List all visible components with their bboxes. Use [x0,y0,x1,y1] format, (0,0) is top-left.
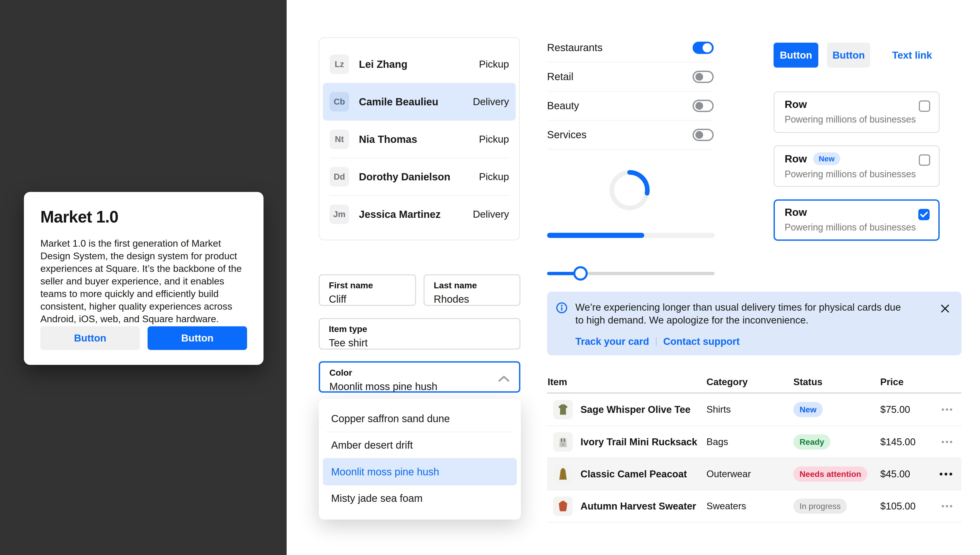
new-badge: New [813,152,840,165]
field-label: Color [329,368,519,378]
item-price: $105.00 [880,500,916,512]
checkbox-checked[interactable] [918,209,930,220]
close-icon[interactable] [940,303,950,314]
row-card-subtitle: Powering millions of businesses [785,114,929,125]
field-value: Cliff [329,294,415,305]
field-label: Last name [434,280,520,290]
row-actions-menu[interactable] [942,408,952,411]
list-item[interactable]: Lz Lei Zhang Pickup [319,45,519,83]
table-row[interactable]: Sage Whisper Olive Tee Shirts New $75.00 [547,393,961,425]
toggle-row: Retail [547,63,714,91]
list-item[interactable]: Nt Nia Thomas Pickup [319,120,519,158]
toggle-switch-off[interactable] [692,100,714,112]
row-actions-menu[interactable] [940,473,952,475]
checkbox-unchecked[interactable] [919,101,930,112]
item-category: Sweaters [707,501,746,512]
column-header-category: Category [707,377,748,388]
people-list: Lz Lei Zhang Pickup Cb Camile Beaulieu D… [319,37,520,240]
row-card-title: Row [785,153,807,165]
dropdown-option-selected[interactable]: Moonlit moss pine hush [323,458,517,485]
item-price: $45.00 [880,468,910,480]
avatar: Lz [329,55,349,74]
field-label: Item type [329,324,520,334]
field-value: Rhodes [434,294,520,305]
first-name-field[interactable]: First name Cliff [319,274,416,306]
dropdown-option[interactable]: Misty jade sea foam [319,485,521,511]
toggle-label: Retail [547,71,573,82]
banner-message: We’re experiencing longer than usual del… [575,301,909,327]
row-actions-menu[interactable] [942,441,952,443]
divider [656,337,657,346]
chevron-up-icon [498,375,510,382]
row-card[interactable]: Row Powering millions of businesses [774,91,940,133]
track-card-link[interactable]: Track your card [575,336,649,347]
item-name: Autumn Harvest Sweater [580,500,696,512]
person-name: Lei Zhang [359,59,408,70]
person-name: Camile Beaulieu [359,96,438,107]
toggle-switch-on[interactable] [692,42,714,54]
list-item[interactable]: Dd Dorothy Danielson Pickup [319,158,519,196]
row-card-subtitle: Powering millions of businesses [785,222,929,233]
table-row[interactable]: Autumn Harvest Sweater Sweaters In progr… [547,490,961,522]
toggle-knob [696,73,703,81]
avatar: Cb [329,92,349,112]
color-dropdown-menu: Copper saffron sand dune Amber desert dr… [319,399,521,520]
dropdown-option[interactable]: Copper saffron sand dune [319,406,521,431]
last-name-field[interactable]: Last name Rhodes [424,274,521,306]
toggle-switch-off[interactable] [692,129,714,141]
toggle-knob [696,102,703,110]
fulfillment-method: Delivery [473,209,509,220]
row-card-selected[interactable]: Row Powering millions of businesses [774,199,940,241]
toggle-row: Restaurants [547,34,714,63]
toggle-label: Beauty [547,100,579,112]
check-icon [920,212,928,218]
intro-card-buttons: Button Button [40,326,247,350]
camel-peacoat-photo [553,464,573,484]
item-category: Bags [707,436,728,448]
toggle-knob [703,43,712,53]
contact-support-link[interactable]: Contact support [663,336,740,347]
row-card[interactable]: Row New Powering millions of businesses [774,146,940,187]
column-header-price: Price [880,377,904,388]
item-price: $75.00 [880,404,910,415]
primary-button[interactable]: Button [774,43,818,67]
toggle-label: Restaurants [547,42,602,53]
item-category: Outerwear [707,469,751,480]
list-item-selected[interactable]: Cb Camile Beaulieu Delivery [323,83,516,120]
item-type-field[interactable]: Item type Tee shirt [319,318,521,350]
color-select-field[interactable]: Color Moonlit moss pine hush [319,361,521,393]
intro-secondary-button[interactable]: Button [40,326,140,350]
intro-primary-button[interactable]: Button [148,326,247,350]
secondary-button[interactable]: Button [827,43,870,67]
toggle-row: Services [547,120,714,149]
avatar: Nt [329,130,349,149]
person-name: Dorothy Danielson [359,171,450,183]
category-toggle-list: Restaurants Retail Beauty Services [547,34,714,149]
row-actions-menu[interactable] [942,505,952,507]
dropdown-option[interactable]: Amber desert drift [319,432,521,458]
status-badge: Needs attention [794,466,868,481]
toggle-switch-off[interactable] [692,71,714,83]
row-card-title: Row [785,206,807,218]
item-name: Ivory Trail Mini Rucksack [580,436,697,448]
fulfillment-method: Pickup [479,134,509,145]
progress-bar-fill [547,233,644,238]
intro-card: Market 1.0 Market 1.0 is the first gener… [24,192,263,365]
rust-sweater-photo [553,496,573,516]
gray-rucksack-photo [553,432,573,452]
text-link[interactable]: Text link [892,43,932,67]
item-name: Sage Whisper Olive Tee [580,404,691,415]
column-header-item: Item [548,377,567,388]
list-item[interactable]: Jm Jessica Martinez Delivery [319,196,519,233]
table-row-highlighted[interactable]: Classic Camel Peacoat Outerwear Needs at… [547,458,961,490]
items-table: Item Category Status Price Sage Whisper … [547,369,961,555]
table-row[interactable]: Ivory Trail Mini Rucksack Bags Ready $14… [547,425,961,458]
slider-handle[interactable] [573,266,588,281]
intro-card-title: Market 1.0 [40,207,247,226]
row-card-title: Row [785,98,807,111]
slider[interactable] [547,265,715,282]
person-name: Jessica Martinez [359,209,441,220]
row-card-subtitle: Powering millions of businesses [785,169,929,180]
checkbox-unchecked[interactable] [919,154,930,166]
status-badge: New [794,402,823,417]
